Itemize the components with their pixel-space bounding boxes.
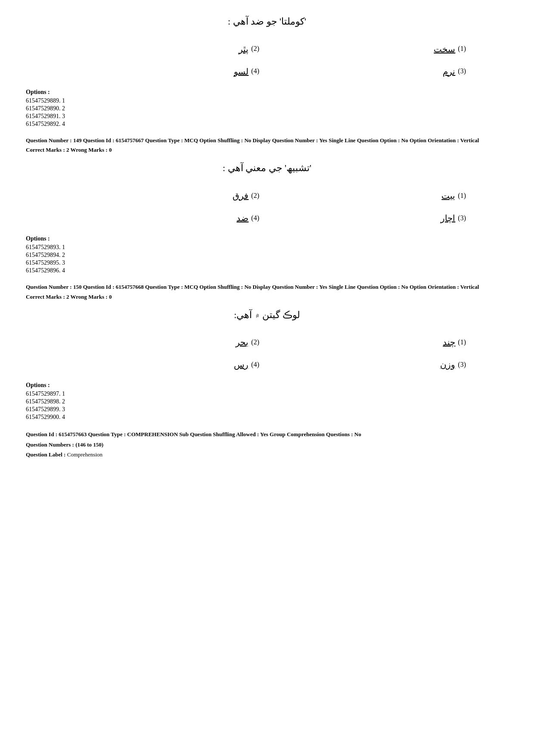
marks-149: Correct Marks : 2 Wrong Marks : 0: [26, 147, 508, 153]
option-id-2: 61547529890. 2: [26, 105, 508, 112]
q149-option-2-num: (2): [251, 190, 259, 202]
question-148: 'کوملتا' جو ضد آهي : (1) سخت (2) پٿر (3)…: [26, 13, 508, 128]
option-3-num: (3): [458, 65, 466, 78]
q149-option-4-text: ضد: [236, 210, 248, 226]
q149-option-4-num: (4): [251, 212, 259, 225]
q149-option-id-4: 61547529896. 4: [26, 267, 508, 274]
q149-option-id-1: 61547529893. 1: [26, 244, 508, 251]
q149-option-1-num: (1): [458, 190, 466, 202]
q150-option-4-num: (4): [251, 359, 259, 371]
options-label-150: Options :: [26, 382, 508, 389]
q149-option-3-text: اچار: [441, 210, 455, 226]
q149-option-id-3: 61547529895. 3: [26, 259, 508, 266]
q150-option-4-text: رس: [234, 357, 248, 372]
question-148-options-grid: (1) سخت (2) پٿر (3) نرم (4) لسو: [26, 38, 508, 83]
comprehension-footer: Question Id : 6154757663 Question Type :…: [26, 429, 508, 459]
question-149-options-grid: (1) ييت (2) فرق (3) اچار (4) ضد: [26, 184, 508, 229]
q149-option-id-2: 61547529894. 2: [26, 252, 508, 259]
option-2-num: (2): [251, 43, 259, 55]
options-label-149: Options :: [26, 235, 508, 242]
question-148-text: 'کوملتا' جو ضد آهي :: [26, 13, 508, 30]
q150-option-3-text: وزن: [440, 357, 455, 372]
question-150-options-grid: (1) چند (2) بحر (3) وزن (4) رس: [26, 331, 508, 376]
option-3: (3) نرم: [267, 60, 474, 83]
q149-option-3: (3) اچار: [267, 207, 474, 229]
footer-line1: Question Id : 6154757663 Question Type :…: [26, 429, 508, 439]
option-4-num: (4): [251, 65, 259, 78]
option-id-4: 61547529892. 4: [26, 121, 508, 128]
q150-option-2-num: (2): [251, 336, 259, 349]
marks-150: Correct Marks : 2 Wrong Marks : 0: [26, 294, 508, 300]
question-150: لوڪ گيتن ۾ آهي: (1) چند (2) بحر (3) وزن …: [26, 306, 508, 421]
footer-line2: Question Numbers : (146 to 150): [26, 440, 508, 450]
q150-option-3: (3) وزن: [267, 353, 474, 376]
option-id-3: 61547529891. 3: [26, 113, 508, 120]
option-1: (1) سخت: [267, 38, 474, 60]
meta-150: Question Number : 150 Question Id : 6154…: [26, 283, 508, 292]
q150-option-1-num: (1): [458, 336, 466, 349]
footer-line3-label: Question Label :: [26, 451, 67, 458]
options-list-148: 61547529889. 1 61547529890. 2 6154752989…: [26, 97, 508, 128]
option-4: (4) لسو: [60, 60, 267, 83]
options-list-150: 61547529897. 1 61547529898. 2 6154752989…: [26, 390, 508, 421]
q149-option-1-text: ييت: [441, 188, 455, 203]
question-149: 'تشبيھ' جي معني آهي : (1) ييت (2) فرق (3…: [26, 159, 508, 274]
question-150-text: لوڪ گيتن ۾ آهي:: [26, 306, 508, 324]
option-4-text: لسو: [234, 64, 248, 79]
options-list-149: 61547529893. 1 61547529894. 2 6154752989…: [26, 244, 508, 274]
option-1-num: (1): [458, 43, 466, 55]
q150-option-2: (2) بحر: [60, 331, 267, 353]
option-2: (2) پٿر: [60, 38, 267, 60]
meta-149: Question Number : 149 Question Id : 6154…: [26, 136, 508, 145]
q150-option-4: (4) رس: [60, 353, 267, 376]
q149-option-2-text: فرق: [233, 188, 248, 203]
option-2-text: پٿر: [239, 41, 248, 57]
q150-option-1-text: چند: [443, 334, 455, 350]
option-1-text: سخت: [434, 41, 455, 57]
q150-option-id-3: 61547529899. 3: [26, 406, 508, 413]
q150-option-id-2: 61547529898. 2: [26, 398, 508, 405]
q150-option-2-text: بحر: [236, 334, 248, 350]
footer-line3-value: Comprehension: [67, 451, 102, 458]
q150-option-id-1: 61547529897. 1: [26, 390, 508, 397]
q150-option-1: (1) چند: [267, 331, 474, 353]
q149-option-1: (1) ييت: [267, 184, 474, 207]
option-id-1: 61547529889. 1: [26, 97, 508, 104]
q150-option-id-4: 61547529900. 4: [26, 414, 508, 421]
q150-option-3-num: (3): [458, 359, 466, 371]
q149-option-4: (4) ضد: [60, 207, 267, 229]
footer-line3: Question Label : Comprehension: [26, 450, 508, 459]
question-149-text: 'تشبيھ' جي معني آهي :: [26, 159, 508, 177]
q149-option-3-num: (3): [458, 212, 466, 225]
options-label-148: Options :: [26, 89, 508, 96]
q149-option-2: (2) فرق: [60, 184, 267, 207]
option-3-text: نرم: [443, 64, 455, 79]
